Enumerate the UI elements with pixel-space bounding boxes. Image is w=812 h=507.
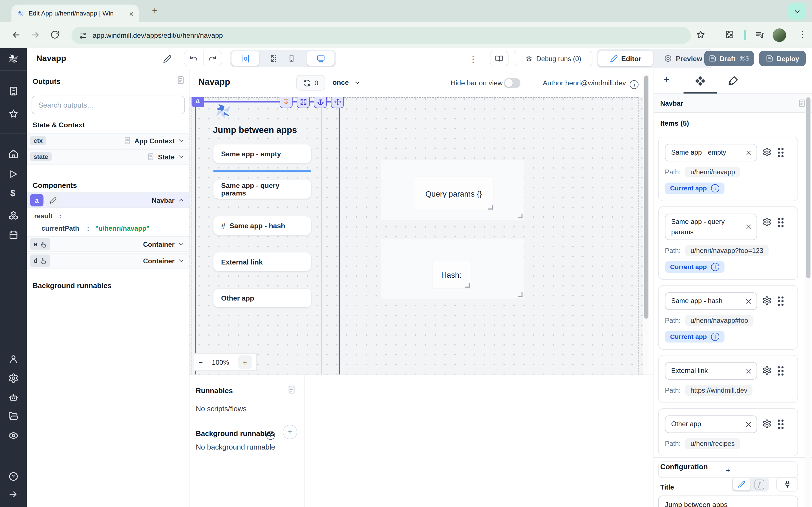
drag-handle[interactable] bbox=[778, 420, 783, 429]
component-a-rename-button[interactable] bbox=[47, 194, 59, 207]
output-row-ctx[interactable]: ctx App Context bbox=[27, 133, 189, 149]
clear-icon[interactable] bbox=[745, 368, 752, 374]
chevron-down-icon[interactable] bbox=[177, 137, 185, 145]
clear-icon[interactable] bbox=[745, 149, 752, 156]
chevron-down-icon[interactable] bbox=[177, 257, 185, 265]
item-settings-gear[interactable] bbox=[762, 366, 772, 375]
forward-button[interactable] bbox=[31, 30, 40, 40]
sidebar-item-workers[interactable] bbox=[8, 392, 18, 402]
sidebar-item-folders[interactable] bbox=[8, 411, 18, 421]
chevron-down-icon[interactable] bbox=[177, 240, 185, 248]
refresh-count-button[interactable]: 0 bbox=[296, 75, 325, 91]
item-settings-gear[interactable] bbox=[762, 147, 772, 157]
item-label-input[interactable]: Same app - hash bbox=[665, 292, 757, 310]
sidebar-item-home[interactable] bbox=[8, 149, 18, 159]
drag-handle[interactable] bbox=[778, 148, 783, 157]
result-key[interactable]: result bbox=[34, 212, 52, 220]
info-icon[interactable]: i bbox=[711, 184, 719, 192]
panel-doc-icon[interactable] bbox=[176, 75, 185, 85]
current-path-value[interactable]: "u/henri/navapp" bbox=[95, 224, 149, 232]
expand-down-button[interactable] bbox=[280, 97, 293, 108]
expression-mode-button[interactable]: f bbox=[750, 478, 768, 490]
move-button[interactable] bbox=[331, 97, 344, 108]
title-value-input[interactable]: Jump between apps bbox=[658, 496, 798, 507]
maximize-button[interactable] bbox=[297, 97, 310, 108]
more-options-kebab[interactable]: ⋮ bbox=[469, 54, 477, 65]
add-background-runnable-button[interactable]: + bbox=[283, 425, 297, 439]
navbar-item-query-params[interactable]: Same app - query params bbox=[213, 180, 311, 199]
sidebar-expand-arrow-icon[interactable] bbox=[8, 490, 18, 499]
sidebar-item-users[interactable] bbox=[8, 354, 18, 364]
chevron-up-icon[interactable] bbox=[177, 196, 185, 204]
zoom-in-button[interactable]: + bbox=[238, 355, 252, 369]
docs-book-button[interactable] bbox=[490, 51, 509, 66]
sidebar-item-settings[interactable] bbox=[8, 373, 18, 383]
navbar-item-other-app[interactable]: Other app bbox=[213, 289, 311, 307]
sidebar-item-variables[interactable]: $ bbox=[10, 188, 15, 199]
back-button[interactable] bbox=[11, 30, 21, 40]
redo-button[interactable] bbox=[203, 51, 221, 66]
item-settings-gear[interactable] bbox=[762, 217, 772, 226]
item-path-value[interactable]: https://windmill.dev bbox=[686, 385, 753, 396]
resize-handle[interactable] bbox=[465, 283, 470, 288]
anchor-button[interactable] bbox=[314, 97, 327, 108]
drag-handle[interactable] bbox=[778, 366, 783, 376]
panel-doc-icon[interactable] bbox=[287, 385, 296, 394]
windmill-logo-icon[interactable] bbox=[7, 53, 20, 65]
navbar-item-external-link[interactable]: External link bbox=[213, 252, 311, 271]
sidebar-item-resources[interactable] bbox=[8, 211, 18, 221]
container-d-box[interactable]: Hash: bbox=[380, 239, 524, 298]
search-outputs-input[interactable] bbox=[32, 96, 185, 114]
editor-tab[interactable]: Editor bbox=[598, 51, 653, 66]
site-settings-icon[interactable] bbox=[79, 31, 87, 40]
sidebar-item-help[interactable]: ? bbox=[8, 471, 18, 482]
resize-handle[interactable] bbox=[518, 292, 523, 297]
resize-handle[interactable] bbox=[518, 214, 523, 219]
component-row-a[interactable]: a Navbar bbox=[27, 192, 189, 208]
item-label-input[interactable]: Other app bbox=[665, 415, 757, 433]
hash-text[interactable]: Hash: bbox=[433, 262, 470, 288]
component-row-e[interactable]: e Container bbox=[27, 236, 189, 252]
bookmark-star-icon[interactable] bbox=[696, 30, 705, 40]
window-chevron-button[interactable] bbox=[788, 3, 806, 20]
info-icon[interactable]: i bbox=[711, 333, 719, 341]
info-icon[interactable]: i bbox=[711, 263, 719, 271]
author-info-icon[interactable]: i bbox=[630, 80, 639, 89]
static-mode-button[interactable] bbox=[733, 478, 750, 490]
item-settings-gear[interactable] bbox=[762, 419, 772, 429]
component-row-d[interactable]: d Container bbox=[27, 253, 189, 269]
rename-pencil-icon[interactable] bbox=[163, 55, 171, 63]
app-canvas[interactable]: a Jump between apps Same app - empty Sam… bbox=[190, 97, 647, 374]
sidebar-item-runs[interactable] bbox=[8, 169, 18, 179]
selected-component-tag[interactable]: a bbox=[192, 97, 204, 107]
navbar-item-hash[interactable]: # Same app - hash bbox=[213, 216, 311, 235]
item-path-value[interactable]: u/henri/navapp#foo bbox=[686, 315, 753, 326]
desktop-view-button[interactable] bbox=[306, 51, 335, 66]
zoom-out-button[interactable]: − bbox=[199, 358, 203, 366]
clear-icon[interactable] bbox=[745, 223, 752, 230]
output-row-state[interactable]: state State bbox=[27, 149, 189, 165]
tab-insert-component[interactable]: + bbox=[663, 73, 669, 86]
tab-styling[interactable] bbox=[728, 75, 739, 87]
item-label-input[interactable]: Same app - empty bbox=[665, 144, 757, 161]
current-path-key[interactable]: currentPath bbox=[42, 224, 79, 232]
panel-doc-icon[interactable] bbox=[798, 99, 806, 107]
avatar[interactable] bbox=[772, 29, 786, 42]
sidebar-item-workspace[interactable] bbox=[8, 86, 18, 96]
sidebar-item-schedules[interactable] bbox=[8, 230, 18, 240]
reload-button[interactable] bbox=[50, 30, 59, 40]
hide-bar-toggle[interactable] bbox=[504, 78, 520, 88]
item-path-value[interactable]: u/henri/recipes bbox=[686, 438, 740, 449]
item-label-input[interactable]: Same app - query params bbox=[665, 214, 757, 240]
item-path-value[interactable]: u/henri/navapp bbox=[686, 166, 741, 177]
chevron-down-icon[interactable] bbox=[177, 153, 185, 161]
tab-close-icon[interactable]: × bbox=[129, 9, 134, 18]
mobile-view-button[interactable] bbox=[277, 51, 305, 66]
extensions-puzzle-icon[interactable] bbox=[725, 30, 734, 40]
item-label-input[interactable]: External link bbox=[665, 362, 757, 380]
item-path-value[interactable]: u/henri/navapp?foo=123 bbox=[686, 245, 769, 256]
debug-runs-button[interactable]: Debug runs (0) bbox=[514, 51, 592, 66]
undo-button[interactable] bbox=[185, 51, 203, 66]
background-runnables-info-icon[interactable]: i bbox=[266, 429, 275, 440]
drag-handle[interactable] bbox=[778, 296, 783, 305]
